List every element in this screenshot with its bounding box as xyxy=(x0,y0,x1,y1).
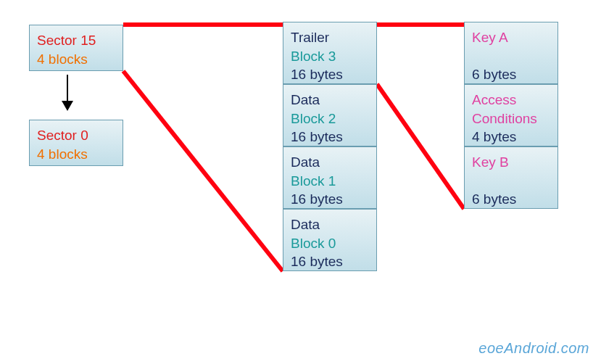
block-1-role: Data xyxy=(291,153,369,172)
down-arrow-icon xyxy=(67,75,68,109)
block-0-name: Block 0 xyxy=(291,234,369,253)
access-conditions-box: Access Conditions 4 bytes xyxy=(464,84,558,146)
block-3-size: 16 bytes xyxy=(291,65,369,84)
block-1-box: Data Block 1 16 bytes xyxy=(283,146,377,209)
sector-0-sub: 4 blocks xyxy=(37,145,115,164)
key-b-label: Key B xyxy=(472,153,550,172)
sector-15-sub: 4 blocks xyxy=(37,50,115,69)
block-0-size: 16 bytes xyxy=(291,252,369,271)
key-b-size: 6 bytes xyxy=(472,190,550,209)
block-1-name: Block 1 xyxy=(291,172,369,191)
block-3-name: Block 3 xyxy=(291,47,369,66)
access-size: 4 bytes xyxy=(472,128,550,146)
key-a-box: Key A 6 bytes xyxy=(464,22,558,84)
svg-line-1 xyxy=(123,71,283,271)
block-2-size: 16 bytes xyxy=(291,128,369,146)
block-2-name: Block 2 xyxy=(291,109,369,128)
sector-0-box: Sector 0 4 blocks xyxy=(29,120,123,166)
block-0-box: Data Block 0 16 bytes xyxy=(283,209,377,271)
sector-15-title: Sector 15 xyxy=(37,31,115,50)
key-a-size: 6 bytes xyxy=(472,65,550,84)
key-b-box: Key B 6 bytes xyxy=(464,146,558,209)
block-3-box: Trailer Block 3 16 bytes xyxy=(283,22,377,84)
svg-line-3 xyxy=(377,84,464,209)
block-0-role: Data xyxy=(291,215,369,234)
sector-15-box: Sector 15 4 blocks xyxy=(29,25,123,71)
block-2-box: Data Block 2 16 bytes xyxy=(283,84,377,146)
sector-0-title: Sector 0 xyxy=(37,126,115,145)
access-l2: Conditions xyxy=(472,109,550,128)
access-l1: Access xyxy=(472,91,550,109)
key-a-label: Key A xyxy=(472,28,550,47)
block-2-role: Data xyxy=(291,91,369,109)
watermark-text: eoeAndroid.com xyxy=(478,340,589,357)
block-1-size: 16 bytes xyxy=(291,190,369,209)
block-3-role: Trailer xyxy=(291,28,369,47)
